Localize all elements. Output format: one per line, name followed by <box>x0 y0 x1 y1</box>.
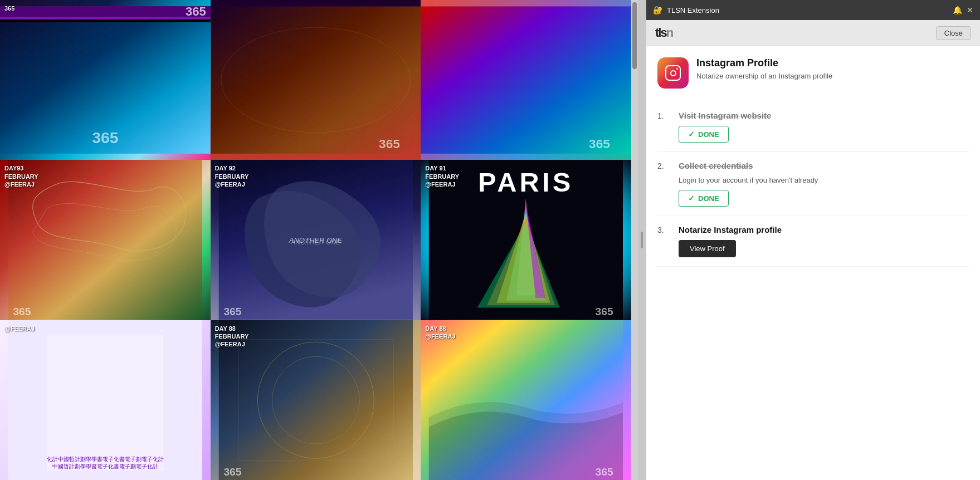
grid-cell-2-2: ANOTHER ONE 365 DAY 92FEBRUARY@FEERAJ AN… <box>211 160 421 320</box>
instagram-icon <box>657 57 689 89</box>
svg-rect-8 <box>421 6 631 153</box>
instagram-profile-subtitle: Notarize ownership of an Instagram profi… <box>696 71 832 81</box>
svg-text:365: 365 <box>223 306 241 317</box>
instagram-profile-title: Instagram Profile <box>696 57 832 69</box>
day-label-1-1: 365 <box>4 4 14 12</box>
svg-text:365: 365 <box>589 136 610 151</box>
step-1-number: 1. <box>657 111 671 143</box>
svg-text:365: 365 <box>92 129 118 146</box>
day-label-2-2: DAY 92FEBRUARY@FEERAJ <box>215 164 249 188</box>
tlsn-extension-panel: 🔐 TLSN Extension 🔔 ✕ tlsn Close <box>646 0 980 480</box>
scrollbar-thumb[interactable] <box>632 2 637 69</box>
grid-cell-1-2: 365 <box>211 0 421 160</box>
svg-text:365: 365 <box>223 466 241 477</box>
divider-handle <box>641 232 643 248</box>
extension-close-button[interactable]: ✕ <box>967 6 973 14</box>
step-2: 2. Collect credentials Login to your acc… <box>657 152 969 216</box>
image-grid: 365 365 365 <box>0 0 631 480</box>
svg-text:PARIS: PARIS <box>478 167 574 197</box>
day-label-3-1: @FEERAJ <box>4 325 35 332</box>
step-3-title: Notarize Instagram profile <box>679 225 969 234</box>
tlsn-logo-bar: tlsn Close <box>646 20 980 46</box>
svg-rect-3 <box>0 6 211 17</box>
step-1-done-label: DONE <box>698 130 719 139</box>
svg-text:中國哲計劃學學書電子化書電子劃電子化計: 中國哲計劃學學書電子化書電子劃電子化計 <box>52 463 158 469</box>
svg-text:365: 365 <box>13 306 31 317</box>
steps-list: 1. Visit Instagram website ✓ DONE 2. Col… <box>657 102 969 267</box>
day-label-2-1: DAY93FEBRUARY@FEERAJ <box>4 164 38 188</box>
tlsn-extension-icon: 🔐 <box>653 6 662 14</box>
step-2-check-icon: ✓ <box>688 194 695 203</box>
instagram-camera-circle <box>670 70 676 76</box>
scrollbar-track[interactable] <box>631 0 638 480</box>
step-1: 1. Visit Instagram website ✓ DONE <box>657 102 969 152</box>
step-2-content: Collect credentials Login to your accoun… <box>679 161 969 207</box>
step-1-done-button[interactable]: ✓ DONE <box>679 126 729 143</box>
tlsn-content-area: Instagram Profile Notarize ownership of … <box>646 46 980 480</box>
instagram-feed: 365 365 365 <box>0 0 631 480</box>
svg-text:365: 365 <box>379 136 400 151</box>
step-2-done-button[interactable]: ✓ DONE <box>679 190 729 207</box>
step-3-number: 3. <box>657 225 671 257</box>
grid-cell-2-1: 365 DAY93FEBRUARY@FEERAJ <box>0 160 211 320</box>
step-3-content: Notarize Instagram profile View Proof <box>679 225 969 257</box>
day-label-2-3: DAY 91FEBRUARY@FEERAJ <box>425 164 459 188</box>
center-text-2-2: ANOTHER ONE <box>289 236 342 244</box>
step-1-title: Visit Instagram website <box>679 111 969 120</box>
grid-cell-1-3: 365 <box>421 0 631 160</box>
grid-cell-1-1: 365 365 <box>0 0 211 160</box>
step-3: 3. Notarize Instagram profile View Proof <box>657 216 969 267</box>
tlsn-logo: tlsn <box>655 26 673 40</box>
grid-cell-3-1: 化計中國哲計劃學學書電子化書電子劃電子化計 中國哲計劃學學書電子化書電子劃電子化… <box>0 320 211 480</box>
grid-cell-3-3: 365 DAY 88@FEERAJ <box>421 320 631 480</box>
step-1-content: Visit Instagram website ✓ DONE <box>679 111 969 143</box>
step-2-description: Login to your account if you haven't alr… <box>679 176 969 184</box>
step-2-title: Collect credentials <box>679 161 969 170</box>
extension-title: TLSN Extension <box>667 6 948 14</box>
step-1-check-icon: ✓ <box>688 130 695 139</box>
day-label-3-2: DAY 88FEBRUARY@FEERAJ <box>215 325 249 349</box>
panel-divider <box>638 0 646 480</box>
svg-text:365: 365 <box>596 306 613 317</box>
notification-bell-icon[interactable]: 🔔 <box>953 6 962 14</box>
extension-header: 🔐 TLSN Extension 🔔 ✕ <box>646 0 980 20</box>
svg-rect-25 <box>47 335 163 471</box>
extension-body: tlsn Close Instagram Profile Notarize ow… <box>646 20 980 480</box>
svg-text:化計中國哲計劃學學書電子化書電子劃電子化計: 化計中國哲計劃學學書電子化書電子劃電子化計 <box>47 455 164 462</box>
svg-rect-5 <box>211 6 421 153</box>
instagram-title-block: Instagram Profile Notarize ownership of … <box>696 57 832 81</box>
close-panel-button[interactable]: Close <box>936 26 971 40</box>
grid-cell-3-2: 365 DAY 88FEBRUARY@FEERAJ <box>211 320 421 480</box>
day-label-3-3: DAY 88@FEERAJ <box>425 325 455 341</box>
step-2-done-label: DONE <box>698 194 719 203</box>
instagram-header: Instagram Profile Notarize ownership of … <box>657 57 969 89</box>
instagram-camera-dot <box>676 68 678 70</box>
view-proof-button[interactable]: View Proof <box>679 240 736 257</box>
step-2-number: 2. <box>657 161 671 207</box>
svg-text:365: 365 <box>596 466 613 477</box>
grid-cell-2-3: PARIS 365 DAY 91FEBRUARY@FEERAJ <box>421 160 631 320</box>
instagram-icon-inner <box>665 65 681 81</box>
